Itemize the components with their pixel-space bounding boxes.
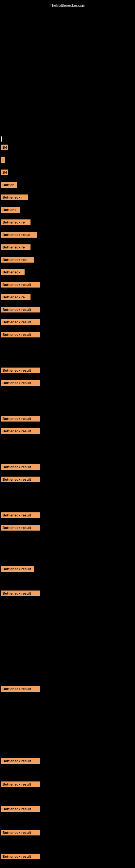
bottleneck-label-19: Bottleneck result xyxy=(1,416,40,422)
bottleneck-label-27: Bottleneck result xyxy=(1,686,40,692)
bottleneck-label-26: Bottleneck result xyxy=(1,590,40,596)
bottleneck-label-6: Bottlene xyxy=(1,207,20,213)
bottleneck-label-7: Bottleneck re xyxy=(1,219,31,225)
bottleneck-label-29: Bottleneck result xyxy=(1,781,40,787)
bottleneck-label-22: Bottleneck result xyxy=(1,476,40,482)
bottleneck-label-11: Bottleneck xyxy=(1,269,25,275)
site-title: TheBottlenecker.com xyxy=(0,1,135,10)
bottleneck-label-32: Bottleneck result xyxy=(1,854,40,859)
bottleneck-label-14: Bottleneck result xyxy=(1,307,40,312)
bottleneck-label-3: B4 xyxy=(1,169,8,175)
bottleneck-label-31: Bottleneck result xyxy=(1,830,40,835)
bottleneck-label-4: Bottlen xyxy=(1,182,17,188)
bottleneck-label-20: Bottleneck result xyxy=(1,428,40,434)
bottleneck-label-5: Bottleneck r xyxy=(1,194,28,200)
bottleneck-label-23: Bottleneck result xyxy=(1,513,40,518)
bottleneck-label-12: Bottleneck result xyxy=(1,282,40,287)
bottleneck-label-15: Bottleneck result xyxy=(1,319,40,325)
bottleneck-label-1: B4 xyxy=(1,145,8,150)
bottleneck-label-18: Bottleneck result xyxy=(1,380,40,386)
bottleneck-label-8: Bottleneck resul xyxy=(1,232,37,238)
bottleneck-label-16: Bottleneck result xyxy=(1,332,40,337)
bottleneck-label-9: Bottleneck re xyxy=(1,244,31,250)
bottleneck-label-28: Bottleneck result xyxy=(1,758,40,764)
bottleneck-label-17: Bottleneck result xyxy=(1,368,40,373)
bottleneck-label-24: Bottleneck result xyxy=(1,525,40,531)
bottleneck-label-13: Bottleneck re xyxy=(1,294,31,300)
cursor-indicator: | xyxy=(1,135,2,142)
bottleneck-label-25: Bottleneck result xyxy=(1,566,34,572)
bottleneck-label-2: E xyxy=(1,157,5,163)
bottleneck-label-10: Bottleneck res xyxy=(1,257,34,262)
bottleneck-label-21: Bottleneck result xyxy=(1,464,40,470)
bottleneck-label-30: Bottleneck result xyxy=(1,806,40,812)
